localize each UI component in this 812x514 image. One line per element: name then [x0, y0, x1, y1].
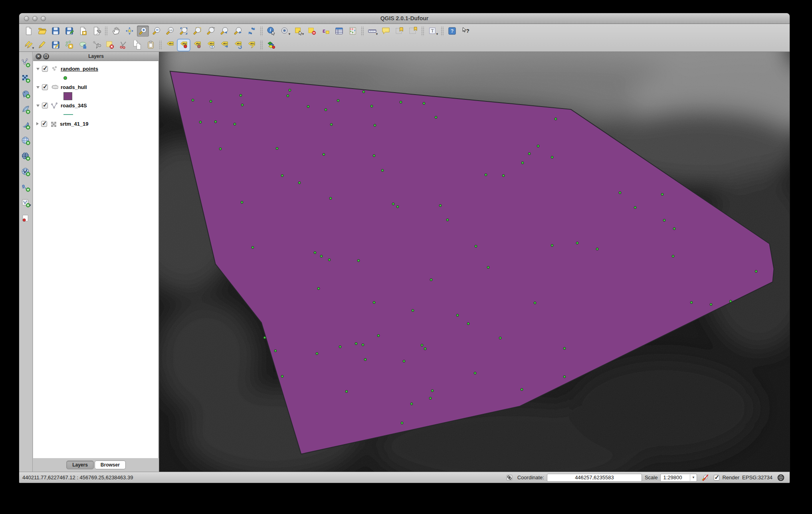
random-point-feature [381, 169, 384, 172]
label-rotate-icon[interactable]: abc [232, 40, 244, 51]
new-shapefile-layer-icon[interactable]: ▼ [20, 198, 32, 208]
scale-dropdown-arrow-icon[interactable]: ▼ [690, 474, 696, 481]
layer-visibility-checkbox[interactable] [41, 121, 47, 127]
panel-tab-layers[interactable]: Layers [66, 461, 94, 469]
composer-manager-icon[interactable] [90, 26, 102, 37]
scale-lock-icon[interactable] [701, 473, 710, 482]
deselect-features-icon[interactable] [306, 26, 318, 37]
pan-map-icon[interactable] [110, 26, 122, 37]
layer-row-roads_34S[interactable]: roads_34S [33, 100, 158, 111]
label-move-icon[interactable]: abc [218, 40, 230, 51]
scale-combobox[interactable]: 1:29800▼ [660, 474, 697, 482]
crs-status-icon[interactable] [776, 473, 786, 482]
random-point-feature [446, 218, 449, 221]
new-spatialite-layer-icon[interactable] [20, 213, 32, 223]
layer-name[interactable]: roads_34S [61, 103, 87, 109]
save-project-as-icon[interactable] [63, 26, 75, 37]
map-tips-icon[interactable] [380, 26, 392, 37]
paste-features-icon[interactable] [145, 40, 156, 51]
run-feature-action-icon[interactable]: ▼ [279, 26, 291, 37]
toolbar-separator [440, 26, 444, 36]
random-point-feature [528, 152, 531, 155]
add-postgis-layer-icon[interactable] [20, 89, 32, 99]
whats-this-icon[interactable]: ? [459, 26, 471, 37]
svg-text:?: ? [466, 28, 469, 34]
random-point-feature [370, 105, 373, 107]
add-delimited-text-layer-icon[interactable]: 9, [20, 182, 32, 192]
zoom-next-icon[interactable] [232, 26, 244, 37]
layer-visibility-checkbox[interactable] [42, 84, 48, 90]
random-point-feature [396, 206, 399, 208]
field-calculator-icon[interactable] [347, 26, 358, 37]
toggle-editing-icon[interactable] [36, 40, 48, 51]
layer-expand-icon[interactable] [36, 68, 40, 70]
layer-row-roads_hull[interactable]: roads_hull [33, 82, 158, 92]
label-create-icon[interactable]: abc [164, 40, 176, 51]
add-spatialite-layer-icon[interactable] [20, 104, 32, 115]
layer-visibility-checkbox[interactable] [42, 66, 48, 72]
identify-features-icon[interactable]: i [265, 26, 277, 37]
measure-icon[interactable]: ▼ [366, 26, 378, 37]
help-contents-icon[interactable]: ? [446, 26, 458, 37]
map-canvas[interactable] [159, 52, 790, 472]
pan-to-selection-icon[interactable] [123, 26, 135, 37]
coordinate-input[interactable]: 446257,6235583 [547, 474, 642, 482]
new-bookmark-icon[interactable] [393, 26, 405, 37]
panel-tab-browser[interactable]: Browser [95, 461, 126, 469]
show-bookmarks-icon[interactable] [407, 26, 419, 37]
random-point-feature [474, 372, 477, 374]
zoom-full-icon[interactable] [178, 26, 190, 37]
zoom-to-selection-icon[interactable] [191, 26, 203, 37]
title-bar[interactable]: QGIS 2.0.1-Dufour [19, 13, 790, 24]
save-project-icon[interactable] [50, 26, 61, 37]
processing-toolbox-icon[interactable] [265, 40, 277, 51]
select-features-icon[interactable]: ▼ [292, 26, 304, 37]
label-properties-icon[interactable]: abc [246, 40, 257, 51]
label-toggle-display-icon[interactable]: abc [205, 40, 217, 51]
layer-expand-icon[interactable] [36, 105, 40, 107]
zoom-to-layer-icon[interactable] [205, 26, 217, 37]
layer-visibility-checkbox[interactable] [42, 103, 48, 109]
layer-row-random_points[interactable]: random_points [33, 63, 158, 74]
delete-selected-icon[interactable] [104, 40, 116, 51]
select-by-expression-icon[interactable]: ε [319, 26, 331, 37]
new-composer-icon[interactable] [77, 26, 89, 37]
render-checkbox[interactable] [714, 475, 719, 480]
zoom-in-icon[interactable] [137, 26, 149, 37]
current-edits-icon[interactable]: ▼ [22, 40, 34, 51]
zoom-out-icon[interactable] [151, 26, 162, 37]
svg-text:abc: abc [168, 42, 173, 45]
add-feature-icon[interactable] [63, 40, 75, 51]
save-layer-edits-icon[interactable] [50, 40, 61, 51]
label-pin-icon[interactable]: abc [178, 40, 190, 51]
random-point-feature [315, 352, 318, 355]
layer-name[interactable]: random_points [61, 66, 98, 72]
attribute-table-icon[interactable] [333, 26, 345, 37]
add-wfs-layer-icon[interactable] [20, 166, 32, 177]
zoom-last-icon[interactable] [218, 26, 230, 37]
layer-name[interactable]: srtm_41_19 [60, 121, 89, 127]
zoom-native-icon[interactable]: 1:1 [164, 26, 176, 37]
add-wcs-layer-icon[interactable] [20, 151, 32, 161]
layer-row-srtm_41_19[interactable]: srtm_41_19 [33, 119, 158, 129]
layer-expand-icon[interactable] [36, 86, 40, 89]
layer-expand-icon[interactable] [36, 122, 39, 125]
add-raster-layer-icon[interactable] [20, 73, 32, 83]
open-project-icon[interactable] [36, 26, 48, 37]
layer-name[interactable]: roads_hull [61, 84, 87, 90]
move-feature-icon[interactable] [77, 40, 89, 51]
copy-features-icon[interactable] [131, 40, 143, 51]
add-mssql-layer-icon[interactable] [20, 120, 32, 130]
text-annotation-icon[interactable]: T▼ [426, 26, 438, 37]
add-wms-layer-icon[interactable] [20, 135, 32, 146]
new-project-icon[interactable] [22, 26, 34, 37]
refresh-map-icon[interactable] [246, 26, 257, 37]
random-point-feature [410, 402, 413, 405]
node-tool-icon[interactable] [90, 40, 102, 51]
random-point-feature [191, 99, 194, 101]
add-vector-layer-icon[interactable] [20, 57, 32, 68]
svg-text:abc: abc [182, 42, 186, 45]
cut-features-icon[interactable] [117, 40, 129, 51]
label-hold-icon[interactable]: abc [191, 40, 203, 51]
mouse-position-icon[interactable] [505, 473, 514, 482]
